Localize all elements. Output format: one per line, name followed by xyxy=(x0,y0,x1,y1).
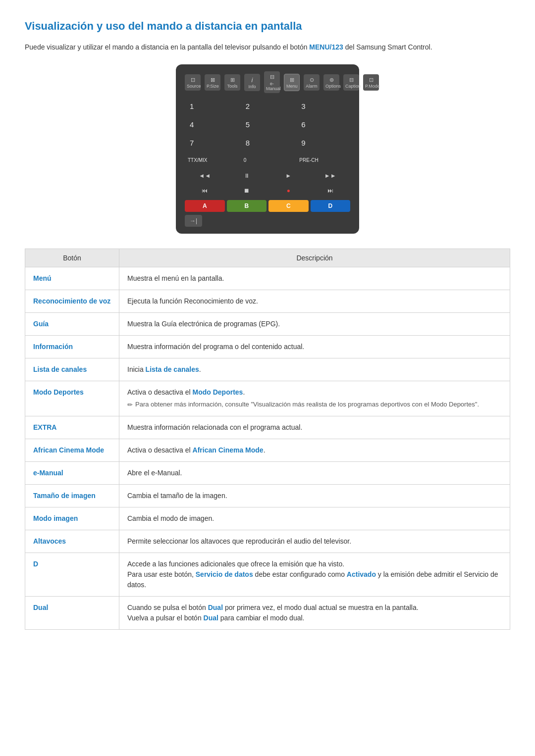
remote-options-btn: ⊚Options xyxy=(323,74,339,91)
remote-prev: ⏮ xyxy=(185,184,225,197)
desc-voice: Ejecuta la función Reconocimiento de voz… xyxy=(119,290,510,313)
remote-num-1: 1 xyxy=(185,98,239,114)
desc-d: Accede a las funciones adicionales que o… xyxy=(119,553,510,596)
table-row: Información Muestra información del prog… xyxy=(25,336,510,358)
remote-pause: ⏸ xyxy=(227,169,267,182)
remote-info-btn: iInfo xyxy=(244,74,260,91)
desc-speakers: Permite seleccionar los altavoces que re… xyxy=(119,530,510,553)
remote-play: ► xyxy=(268,169,309,182)
remote-color-d: D xyxy=(311,200,351,212)
button-label-guide: Guía xyxy=(25,313,119,336)
remote-next: ⏭ xyxy=(311,184,351,197)
button-label-info: Información xyxy=(25,336,119,358)
desc-channel-list: Inicia Lista de canales. xyxy=(119,358,510,381)
remote-number-grid: 1 2 3 4 5 6 7 8 9 xyxy=(185,98,350,151)
table-row: Modo Deportes Activa o desactiva el Modo… xyxy=(25,381,510,416)
remote-num-0: 0 xyxy=(241,154,295,166)
remote-color-row: A B C D xyxy=(185,200,350,212)
remote-num-9: 9 xyxy=(296,135,350,151)
button-label-image-size: Tamaño de imagen xyxy=(25,484,119,507)
button-label-extra: EXTRA xyxy=(25,416,119,439)
remote-tools-btn: ⊞Tools xyxy=(224,74,240,91)
remote-emanual-btn: ⊟e-Manual xyxy=(264,71,280,93)
remote-source-btn: ⊡Source xyxy=(185,74,201,91)
remote-color-c: C xyxy=(268,200,309,212)
button-label-dual: Dual xyxy=(25,596,119,629)
button-label-speakers: Altavoces xyxy=(25,530,119,553)
page-title: Visualización y uso del mando a distanci… xyxy=(25,20,510,33)
intro-text2: del Samsung Smart Control. xyxy=(343,43,432,51)
button-label-african-cinema: African Cinema Mode xyxy=(25,439,119,461)
button-label-menu: Menú xyxy=(25,267,119,290)
remote-arrow-row: →| xyxy=(185,215,350,227)
intro-paragraph: Puede visualizar y utilizar el mando a d… xyxy=(25,42,510,52)
remote-menu-btn: ⊞Menu xyxy=(284,74,300,91)
sports-mode-note: ✏ Para obtener más información, consulte… xyxy=(127,400,502,410)
remote-ttxmix: TTX/MIX xyxy=(185,154,239,166)
desc-image-mode: Cambia el modo de imagen. xyxy=(119,507,510,530)
remote-num-6: 6 xyxy=(296,116,350,133)
desc-sports-mode: Activa o desactiva el Modo Deportes. ✏ P… xyxy=(119,381,510,416)
table-row: EXTRA Muestra información relacionada co… xyxy=(25,416,510,439)
remote-control: ⊡Source ⊠P.Size ⊞Tools iInfo ⊟e-Manual ⊞… xyxy=(176,64,359,234)
desc-extra: Muestra información relacionada con el p… xyxy=(119,416,510,439)
remote-caption-btn: ⊟Caption xyxy=(343,74,359,91)
remote-color-a: A xyxy=(185,200,225,212)
remote-num-8: 8 xyxy=(241,135,295,151)
button-label-voice: Reconocimiento de voz xyxy=(25,290,119,313)
desc-menu: Muestra el menú en la pantalla. xyxy=(119,267,510,290)
remote-transport-row2: ⏮ ⏹ ● ⏭ xyxy=(185,184,350,197)
remote-transport-row1: ◄◄ ⏸ ► ►► xyxy=(185,169,350,182)
desc-guide: Muestra la Guía electrónica de programas… xyxy=(119,313,510,336)
remote-pmode-btn: ⊡P.Mode xyxy=(363,74,379,91)
desc-image-size: Cambia el tamaño de la imagen. xyxy=(119,484,510,507)
remote-special-row: TTX/MIX 0 PRE-CH xyxy=(185,154,350,166)
remote-alarm-btn: ⊙Alarm xyxy=(304,74,320,91)
table-row: Menú Muestra el menú en la pantalla. xyxy=(25,267,510,290)
table-row: African Cinema Mode Activa o desactiva e… xyxy=(25,439,510,461)
table-row: Altavoces Permite seleccionar los altavo… xyxy=(25,530,510,553)
remote-num-2: 2 xyxy=(241,98,295,114)
remote-top-row: ⊡Source ⊠P.Size ⊞Tools iInfo ⊟e-Manual ⊞… xyxy=(185,71,350,93)
button-label-emanual: e-Manual xyxy=(25,461,119,484)
note-icon: ✏ xyxy=(127,400,133,410)
description-table: Botón Descripción Menú Muestra el menú e… xyxy=(25,249,510,630)
remote-prech: PRE-CH xyxy=(296,154,350,166)
button-label-image-mode: Modo imagen xyxy=(25,507,119,530)
menu-highlight: MENU/123 xyxy=(309,43,343,51)
table-row: Lista de canales Inicia Lista de canales… xyxy=(25,358,510,381)
remote-rewind: ◄◄ xyxy=(185,169,225,182)
col-button-header: Botón xyxy=(25,249,119,267)
table-header-row: Botón Descripción xyxy=(25,249,510,267)
remote-num-7: 7 xyxy=(185,135,239,151)
table-row: Tamaño de imagen Cambia el tamaño de la … xyxy=(25,484,510,507)
desc-dual: Cuando se pulsa el botón Dual por primer… xyxy=(119,596,510,629)
desc-african-cinema: Activa o desactiva el African Cinema Mod… xyxy=(119,439,510,461)
table-row: Reconocimiento de voz Ejecuta la función… xyxy=(25,290,510,313)
remote-container: ⊡Source ⊠P.Size ⊞Tools iInfo ⊟e-Manual ⊞… xyxy=(25,64,510,234)
remote-num-4: 4 xyxy=(185,116,239,133)
button-label-d: D xyxy=(25,553,119,596)
desc-emanual: Abre el e-Manual. xyxy=(119,461,510,484)
remote-record: ● xyxy=(268,184,309,197)
table-row: D Accede a las funciones adicionales que… xyxy=(25,553,510,596)
table-row: Guía Muestra la Guía electrónica de prog… xyxy=(25,313,510,336)
desc-info: Muestra información del programa o del c… xyxy=(119,336,510,358)
table-row: Modo imagen Cambia el modo de imagen. xyxy=(25,507,510,530)
intro-text: Puede visualizar y utilizar el mando a d… xyxy=(25,43,309,51)
remote-color-b: B xyxy=(227,200,267,212)
remote-arrow-btn: →| xyxy=(185,215,202,227)
remote-num-5: 5 xyxy=(241,116,295,133)
remote-stop: ⏹ xyxy=(227,184,267,197)
button-label-sports-mode: Modo Deportes xyxy=(25,381,119,416)
table-row: Dual Cuando se pulsa el botón Dual por p… xyxy=(25,596,510,629)
button-label-channel-list: Lista de canales xyxy=(25,358,119,381)
table-row: e-Manual Abre el e-Manual. xyxy=(25,461,510,484)
remote-fastforward: ►► xyxy=(311,169,351,182)
col-description-header: Descripción xyxy=(119,249,510,267)
remote-psize-btn: ⊠P.Size xyxy=(205,74,220,91)
remote-num-3: 3 xyxy=(296,98,350,114)
